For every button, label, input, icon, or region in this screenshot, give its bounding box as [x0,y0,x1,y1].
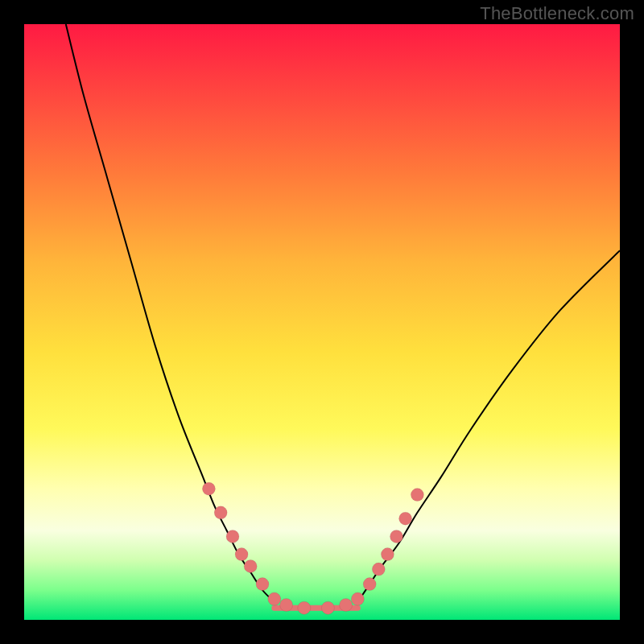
marker-dot [235,548,248,561]
attribution-label: TheBottleneck.com [480,3,634,24]
marker-dot [226,530,239,543]
marker-dot [268,592,281,605]
marker-dot [351,592,364,605]
marker-dot [321,601,334,614]
marker-dot [411,489,423,502]
marker-dot [372,563,385,576]
marker-dot [399,512,412,525]
marker-dot [298,601,311,614]
left-curve [66,24,275,602]
marker-dot [244,559,257,572]
marker-dot [256,578,269,591]
marker-dot [280,599,293,612]
chart-frame: TheBottleneck.com [0,0,644,644]
chart-svg [24,24,620,620]
right-curve [357,250,620,602]
marker-dot [202,482,215,495]
marker-dot [390,530,403,543]
marker-dot [381,548,394,561]
plot-area [24,24,620,620]
marker-dot [340,599,353,612]
marker-dot [214,506,227,519]
marker-dot [363,578,376,591]
